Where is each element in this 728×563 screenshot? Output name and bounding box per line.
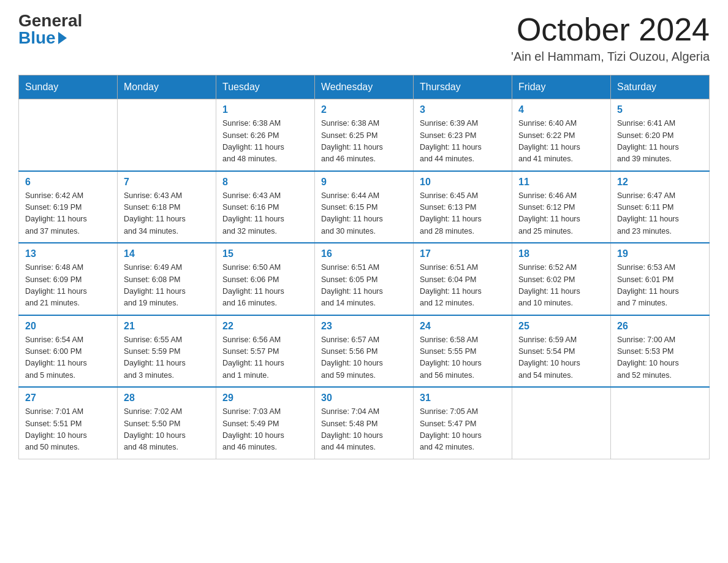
- day-info: Sunrise: 6:58 AMSunset: 5:55 PMDaylight:…: [420, 334, 506, 382]
- day-number: 8: [222, 177, 308, 188]
- col-monday: Monday: [118, 75, 216, 99]
- day-number: 18: [518, 248, 604, 259]
- table-row: [512, 387, 611, 459]
- day-info: Sunrise: 7:00 AMSunset: 5:53 PMDaylight:…: [617, 334, 703, 382]
- table-row: 2Sunrise: 6:38 AMSunset: 6:25 PMDaylight…: [315, 99, 414, 171]
- day-number: 10: [420, 177, 506, 188]
- calendar-week-2: 6Sunrise: 6:42 AMSunset: 6:19 PMDaylight…: [19, 171, 710, 243]
- day-info: Sunrise: 6:54 AMSunset: 6:00 PMDaylight:…: [25, 334, 111, 382]
- day-info: Sunrise: 6:42 AMSunset: 6:19 PMDaylight:…: [25, 190, 111, 238]
- calendar-table: Sunday Monday Tuesday Wednesday Thursday…: [18, 75, 710, 459]
- day-number: 21: [124, 321, 210, 332]
- day-number: 3: [420, 104, 506, 115]
- day-info: Sunrise: 7:01 AMSunset: 5:51 PMDaylight:…: [25, 406, 111, 454]
- table-row: 22Sunrise: 6:56 AMSunset: 5:57 PMDayligh…: [216, 315, 315, 388]
- table-row: 27Sunrise: 7:01 AMSunset: 5:51 PMDayligh…: [19, 387, 118, 459]
- day-number: 1: [222, 104, 308, 115]
- day-number: 14: [124, 248, 210, 259]
- day-info: Sunrise: 6:51 AMSunset: 6:05 PMDaylight:…: [321, 262, 407, 310]
- table-row: 6Sunrise: 6:42 AMSunset: 6:19 PMDaylight…: [19, 171, 118, 243]
- table-row: 23Sunrise: 6:57 AMSunset: 5:56 PMDayligh…: [315, 315, 414, 388]
- day-number: 24: [420, 321, 506, 332]
- table-row: 21Sunrise: 6:55 AMSunset: 5:59 PMDayligh…: [118, 315, 216, 388]
- day-number: 7: [124, 177, 210, 188]
- table-row: 25Sunrise: 6:59 AMSunset: 5:54 PMDayligh…: [512, 315, 611, 388]
- table-row: 30Sunrise: 7:04 AMSunset: 5:48 PMDayligh…: [315, 387, 414, 459]
- logo-blue-text: Blue: [18, 29, 67, 47]
- table-row: 7Sunrise: 6:43 AMSunset: 6:18 PMDaylight…: [118, 171, 216, 243]
- table-row: 24Sunrise: 6:58 AMSunset: 5:55 PMDayligh…: [414, 315, 512, 388]
- table-row: 31Sunrise: 7:05 AMSunset: 5:47 PMDayligh…: [414, 387, 512, 459]
- table-row: 10Sunrise: 6:45 AMSunset: 6:13 PMDayligh…: [414, 171, 512, 243]
- day-number: 17: [420, 248, 506, 259]
- day-number: 26: [617, 321, 703, 332]
- table-row: 17Sunrise: 6:51 AMSunset: 6:04 PMDayligh…: [414, 243, 512, 315]
- table-row: 15Sunrise: 6:50 AMSunset: 6:06 PMDayligh…: [216, 243, 315, 315]
- day-info: Sunrise: 6:39 AMSunset: 6:23 PMDaylight:…: [420, 118, 506, 166]
- table-row: 19Sunrise: 6:53 AMSunset: 6:01 PMDayligh…: [611, 243, 710, 315]
- table-row: 11Sunrise: 6:46 AMSunset: 6:12 PMDayligh…: [512, 171, 611, 243]
- day-info: Sunrise: 6:51 AMSunset: 6:04 PMDaylight:…: [420, 262, 506, 310]
- calendar-header-row: Sunday Monday Tuesday Wednesday Thursday…: [19, 75, 710, 99]
- day-info: Sunrise: 7:02 AMSunset: 5:50 PMDaylight:…: [124, 406, 210, 454]
- day-info: Sunrise: 6:41 AMSunset: 6:20 PMDaylight:…: [617, 118, 703, 166]
- table-row: 12Sunrise: 6:47 AMSunset: 6:11 PMDayligh…: [611, 171, 710, 243]
- day-info: Sunrise: 6:48 AMSunset: 6:09 PMDaylight:…: [25, 262, 111, 310]
- col-wednesday: Wednesday: [315, 75, 414, 99]
- table-row: 28Sunrise: 7:02 AMSunset: 5:50 PMDayligh…: [118, 387, 216, 459]
- day-number: 9: [321, 177, 407, 188]
- day-info: Sunrise: 7:04 AMSunset: 5:48 PMDaylight:…: [321, 406, 407, 454]
- table-row: [19, 99, 118, 171]
- day-number: 2: [321, 104, 407, 115]
- table-row: 29Sunrise: 7:03 AMSunset: 5:49 PMDayligh…: [216, 387, 315, 459]
- day-number: 28: [124, 393, 210, 404]
- day-info: Sunrise: 6:43 AMSunset: 6:18 PMDaylight:…: [124, 190, 210, 238]
- day-info: Sunrise: 6:47 AMSunset: 6:11 PMDaylight:…: [617, 190, 703, 238]
- day-info: Sunrise: 6:57 AMSunset: 5:56 PMDaylight:…: [321, 334, 407, 382]
- table-row: 20Sunrise: 6:54 AMSunset: 6:00 PMDayligh…: [19, 315, 118, 388]
- col-friday: Friday: [512, 75, 611, 99]
- day-info: Sunrise: 6:49 AMSunset: 6:08 PMDaylight:…: [124, 262, 210, 310]
- day-number: 4: [518, 104, 604, 115]
- logo-triangle-icon: [58, 32, 67, 44]
- day-info: Sunrise: 6:46 AMSunset: 6:12 PMDaylight:…: [518, 190, 604, 238]
- day-number: 27: [25, 393, 111, 404]
- day-number: 31: [420, 393, 506, 404]
- day-number: 29: [222, 393, 308, 404]
- table-row: 5Sunrise: 6:41 AMSunset: 6:20 PMDaylight…: [611, 99, 710, 171]
- col-tuesday: Tuesday: [216, 75, 315, 99]
- day-number: 15: [222, 248, 308, 259]
- table-row: 13Sunrise: 6:48 AMSunset: 6:09 PMDayligh…: [19, 243, 118, 315]
- table-row: 8Sunrise: 6:43 AMSunset: 6:16 PMDaylight…: [216, 171, 315, 243]
- table-row: 1Sunrise: 6:38 AMSunset: 6:26 PMDaylight…: [216, 99, 315, 171]
- table-row: [118, 99, 216, 171]
- day-info: Sunrise: 6:45 AMSunset: 6:13 PMDaylight:…: [420, 190, 506, 238]
- table-row: 4Sunrise: 6:40 AMSunset: 6:22 PMDaylight…: [512, 99, 611, 171]
- table-row: 14Sunrise: 6:49 AMSunset: 6:08 PMDayligh…: [118, 243, 216, 315]
- day-info: Sunrise: 6:55 AMSunset: 5:59 PMDaylight:…: [124, 334, 210, 382]
- day-info: Sunrise: 6:44 AMSunset: 6:15 PMDaylight:…: [321, 190, 407, 238]
- header: General Blue October 2024 'Ain el Hammam…: [18, 12, 710, 64]
- table-row: 9Sunrise: 6:44 AMSunset: 6:15 PMDaylight…: [315, 171, 414, 243]
- calendar-week-1: 1Sunrise: 6:38 AMSunset: 6:26 PMDaylight…: [19, 99, 710, 171]
- day-info: Sunrise: 6:56 AMSunset: 5:57 PMDaylight:…: [222, 334, 308, 382]
- col-thursday: Thursday: [414, 75, 512, 99]
- calendar-week-4: 20Sunrise: 6:54 AMSunset: 6:00 PMDayligh…: [19, 315, 710, 388]
- day-info: Sunrise: 6:43 AMSunset: 6:16 PMDaylight:…: [222, 190, 308, 238]
- day-info: Sunrise: 6:38 AMSunset: 6:25 PMDaylight:…: [321, 118, 407, 166]
- col-saturday: Saturday: [611, 75, 710, 99]
- day-number: 25: [518, 321, 604, 332]
- day-info: Sunrise: 7:03 AMSunset: 5:49 PMDaylight:…: [222, 406, 308, 454]
- page-title: October 2024: [511, 12, 710, 47]
- table-row: 26Sunrise: 7:00 AMSunset: 5:53 PMDayligh…: [611, 315, 710, 388]
- table-row: [611, 387, 710, 459]
- day-number: 13: [25, 248, 111, 259]
- page-subtitle: 'Ain el Hammam, Tizi Ouzou, Algeria: [511, 50, 710, 64]
- day-number: 30: [321, 393, 407, 404]
- day-info: Sunrise: 6:50 AMSunset: 6:06 PMDaylight:…: [222, 262, 308, 310]
- calendar-week-5: 27Sunrise: 7:01 AMSunset: 5:51 PMDayligh…: [19, 387, 710, 459]
- logo-general-text: General: [18, 12, 82, 29]
- day-info: Sunrise: 6:53 AMSunset: 6:01 PMDaylight:…: [617, 262, 703, 310]
- logo: General Blue: [18, 12, 82, 47]
- day-info: Sunrise: 6:59 AMSunset: 5:54 PMDaylight:…: [518, 334, 604, 382]
